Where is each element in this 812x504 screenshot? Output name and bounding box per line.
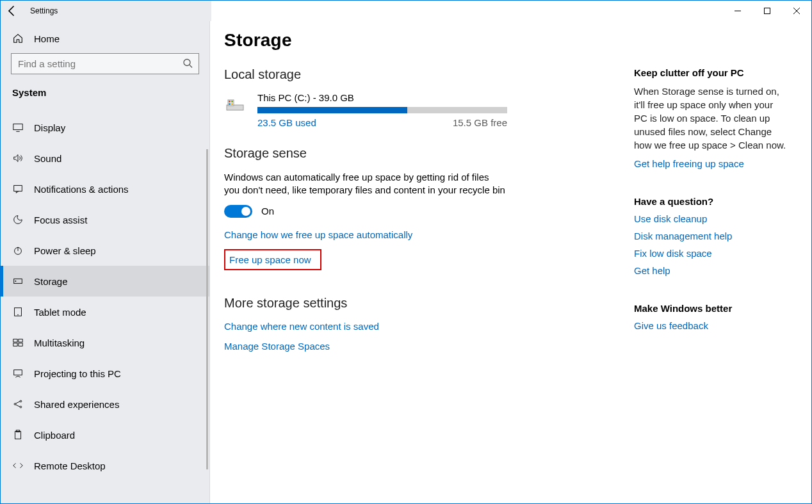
sidebar-item-label: Display [34, 122, 65, 133]
sidebar-item-label: Power & sleep [34, 245, 96, 256]
drive-icon [224, 93, 246, 115]
close-button[interactable] [782, 1, 811, 21]
rp-clutter: Keep clutter off your PC When Storage se… [634, 67, 788, 169]
power-icon [12, 245, 24, 256]
svg-point-6 [15, 280, 17, 282]
sidebar-item-multitasking[interactable]: Multitasking [1, 327, 209, 358]
drive-free: 15.5 GB free [453, 117, 507, 128]
rp-better-heading: Make Windows better [634, 303, 788, 314]
search-input[interactable] [11, 53, 199, 74]
sidebar-item-shared-exp[interactable]: Shared experiences [1, 389, 209, 419]
sidebar-item-notifications[interactable]: Notifications & actions [1, 174, 209, 204]
sidebar-item-power-sleep[interactable]: Power & sleep [1, 235, 209, 266]
rp-link-disk-mgmt[interactable]: Disk management help [634, 231, 788, 241]
sound-icon [12, 152, 24, 164]
layout: Home System Display Sound Notificat [1, 21, 811, 503]
svg-rect-11 [13, 343, 17, 346]
sidebar-item-label: Projecting to this PC [34, 368, 121, 379]
home-icon [12, 33, 24, 44]
page-title: Storage [224, 30, 608, 51]
storage-sense-toggle-row: On [224, 205, 608, 218]
link-change-free-space[interactable]: Change how we free up space automaticall… [224, 229, 412, 240]
main: Storage Local storage This PC (C:) - 39.… [210, 21, 811, 503]
sidebar-item-projecting[interactable]: Projecting to this PC [1, 358, 209, 389]
section-label: System [1, 86, 209, 104]
svg-rect-22 [231, 101, 233, 102]
svg-rect-23 [229, 103, 231, 105]
projecting-icon [12, 368, 24, 379]
sidebar-item-remote-desktop[interactable]: Remote Desktop [1, 450, 209, 481]
notifications-icon [12, 183, 24, 195]
sidebar-item-label: Focus assist [34, 215, 87, 225]
rp-clutter-link[interactable]: Get help freeing up space [634, 158, 788, 169]
sidebar: Home System Display Sound Notificat [1, 21, 210, 503]
sidebar-item-label: Notifications & actions [34, 184, 129, 195]
close-icon [793, 8, 800, 14]
focus-assist-icon [12, 214, 24, 225]
svg-rect-2 [13, 124, 22, 130]
arrow-left-icon [6, 4, 19, 17]
svg-rect-13 [14, 370, 22, 375]
tablet-icon [12, 306, 24, 318]
svg-point-8 [17, 314, 18, 315]
right-panel: Keep clutter off your PC When Storage se… [634, 30, 788, 503]
rp-clutter-body: When Storage sense is turned on, it'll f… [634, 85, 788, 152]
minimize-icon [735, 8, 741, 14]
sidebar-item-label: Sound [34, 153, 61, 164]
svg-rect-10 [19, 339, 22, 343]
sidebar-item-clipboard[interactable]: Clipboard [1, 419, 209, 450]
rp-question: Have a question? Use disk cleanup Disk m… [634, 196, 788, 276]
search-wrap [11, 53, 199, 74]
maximize-icon [764, 8, 770, 14]
sidebar-item-label: Remote Desktop [34, 460, 106, 471]
svg-rect-24 [231, 103, 233, 105]
minimize-button[interactable] [723, 1, 752, 21]
svg-rect-3 [14, 186, 22, 191]
drive-name: This PC (C:) - 39.0 GB [257, 92, 608, 103]
storage-sense-description: Windows can automatically free up space … [224, 171, 506, 197]
home-label: Home [34, 33, 60, 44]
window-controls [723, 1, 811, 21]
sidebar-item-tablet-mode[interactable]: Tablet mode [1, 297, 209, 327]
sidebar-item-display[interactable]: Display [1, 112, 209, 143]
drive-stats: 23.5 GB used 15.5 GB free [257, 117, 507, 128]
drive-progress-bar [257, 107, 407, 113]
home-button[interactable]: Home [1, 28, 209, 53]
rp-link-fix-low[interactable]: Fix low disk space [634, 248, 788, 259]
svg-rect-17 [15, 432, 21, 439]
app-title: Settings [30, 6, 58, 15]
drive-used: 23.5 GB used [257, 117, 316, 128]
local-storage-heading: Local storage [224, 67, 608, 82]
titlebar: Settings [1, 1, 811, 21]
maximize-button[interactable] [752, 1, 782, 21]
link-new-content[interactable]: Change where new content is saved [224, 321, 379, 332]
sidebar-item-storage[interactable]: Storage [1, 266, 209, 297]
sidebar-item-label: Shared experiences [34, 399, 119, 410]
multitasking-icon [12, 337, 24, 348]
back-button[interactable] [6, 4, 19, 17]
rp-feedback-link[interactable]: Give us feedback [634, 320, 788, 331]
link-free-up-now[interactable]: Free up space now [229, 254, 311, 265]
titlebar-left: Settings [6, 4, 58, 17]
rp-question-heading: Have a question? [634, 196, 788, 207]
sidebar-item-label: Clipboard [34, 430, 75, 441]
svg-rect-0 [765, 8, 770, 14]
sidebar-scrollbar[interactable] [206, 149, 208, 469]
rp-link-disk-cleanup[interactable]: Use disk cleanup [634, 213, 788, 224]
storage-sense-toggle[interactable] [224, 205, 252, 218]
rp-link-get-help[interactable]: Get help [634, 265, 788, 276]
more-storage-heading: More storage settings [224, 296, 608, 311]
rp-clutter-heading: Keep clutter off your PC [634, 67, 788, 78]
storage-icon [12, 275, 24, 287]
sidebar-item-sound[interactable]: Sound [1, 143, 209, 174]
svg-rect-12 [19, 343, 22, 346]
display-icon [12, 122, 24, 133]
highlight-box: Free up space now [224, 249, 321, 270]
drive-row[interactable]: This PC (C:) - 39.0 GB 23.5 GB used 15.5… [224, 92, 608, 128]
nav-list: Display Sound Notifications & actions Fo… [1, 112, 209, 481]
sidebar-item-focus-assist[interactable]: Focus assist [1, 204, 209, 235]
remote-desktop-icon [12, 460, 24, 471]
sidebar-item-label: Storage [34, 276, 68, 287]
toggle-label: On [261, 206, 274, 216]
link-storage-spaces[interactable]: Manage Storage Spaces [224, 341, 330, 352]
